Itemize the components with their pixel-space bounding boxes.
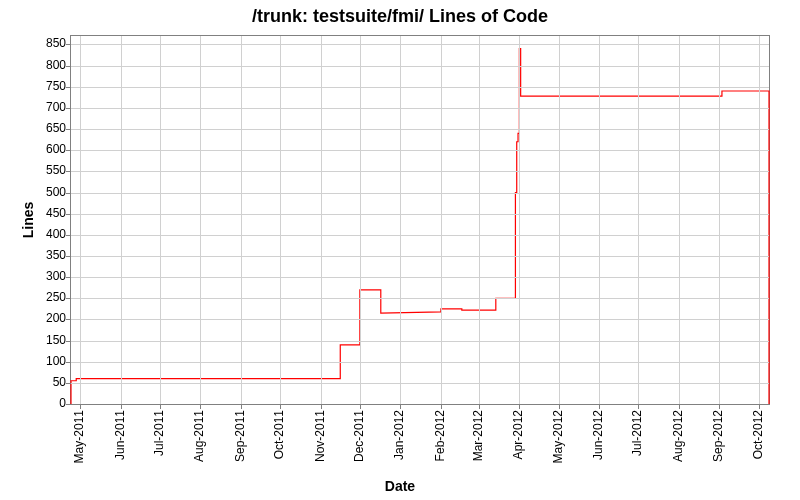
gridline-h bbox=[71, 171, 769, 172]
y-tick-mark bbox=[66, 214, 71, 215]
x-tick-mark bbox=[719, 404, 720, 409]
y-tick-mark bbox=[66, 256, 71, 257]
x-tick-label: Jun-2011 bbox=[113, 410, 127, 460]
gridline-h bbox=[71, 150, 769, 151]
x-tick-mark bbox=[160, 404, 161, 409]
x-tick-label: Sep-2012 bbox=[711, 410, 725, 462]
x-tick-mark bbox=[759, 404, 760, 409]
y-tick-mark bbox=[66, 383, 71, 384]
gridline-h bbox=[71, 214, 769, 215]
x-tick-mark bbox=[638, 404, 639, 409]
x-tick-mark bbox=[479, 404, 480, 409]
y-tick-mark bbox=[66, 129, 71, 130]
y-tick-mark bbox=[66, 277, 71, 278]
gridline-v bbox=[719, 36, 720, 404]
y-tick-label: 550 bbox=[6, 163, 66, 177]
x-tick-label: Aug-2011 bbox=[192, 410, 206, 462]
x-tick-mark bbox=[679, 404, 680, 409]
y-tick-mark bbox=[66, 87, 71, 88]
gridline-h bbox=[71, 66, 769, 67]
line-series bbox=[71, 36, 769, 404]
gridline-h bbox=[71, 193, 769, 194]
y-tick-label: 400 bbox=[6, 227, 66, 241]
x-axis-label: Date bbox=[0, 478, 800, 494]
gridline-v bbox=[360, 36, 361, 404]
y-tick-mark bbox=[66, 44, 71, 45]
y-tick-mark bbox=[66, 319, 71, 320]
y-tick-mark bbox=[66, 66, 71, 67]
gridline-v bbox=[638, 36, 639, 404]
gridline-v bbox=[519, 36, 520, 404]
gridline-v bbox=[441, 36, 442, 404]
x-tick-mark bbox=[121, 404, 122, 409]
gridline-h bbox=[71, 298, 769, 299]
gridline-h bbox=[71, 319, 769, 320]
x-tick-label: Jun-2012 bbox=[591, 410, 605, 460]
x-tick-label: Jul-2012 bbox=[630, 410, 644, 456]
x-tick-label: May-2011 bbox=[72, 410, 86, 463]
y-tick-label: 300 bbox=[6, 269, 66, 283]
y-tick-label: 850 bbox=[6, 36, 66, 50]
y-tick-mark bbox=[66, 404, 71, 405]
y-tick-label: 450 bbox=[6, 206, 66, 220]
x-tick-label: Sep-2011 bbox=[233, 410, 247, 462]
x-tick-label: Dec-2011 bbox=[352, 410, 366, 462]
gridline-v bbox=[200, 36, 201, 404]
gridline-h bbox=[71, 277, 769, 278]
plot-area bbox=[70, 35, 770, 405]
x-tick-mark bbox=[241, 404, 242, 409]
y-tick-mark bbox=[66, 341, 71, 342]
x-tick-mark bbox=[519, 404, 520, 409]
y-tick-mark bbox=[66, 298, 71, 299]
x-tick-label: Nov-2011 bbox=[313, 410, 327, 462]
gridline-v bbox=[400, 36, 401, 404]
gridline-h bbox=[71, 383, 769, 384]
chart-container: /trunk: testsuite/fmi/ Lines of Code Lin… bbox=[0, 0, 800, 500]
y-tick-label: 250 bbox=[6, 290, 66, 304]
gridline-h bbox=[71, 44, 769, 45]
gridline-h bbox=[71, 341, 769, 342]
y-tick-label: 600 bbox=[6, 142, 66, 156]
x-tick-mark bbox=[559, 404, 560, 409]
x-tick-label: May-2012 bbox=[551, 410, 565, 463]
gridline-h bbox=[71, 256, 769, 257]
x-tick-mark bbox=[360, 404, 361, 409]
x-tick-label: Jan-2012 bbox=[392, 410, 406, 460]
y-tick-label: 350 bbox=[6, 248, 66, 262]
gridline-v bbox=[599, 36, 600, 404]
x-tick-label: Feb-2012 bbox=[433, 410, 447, 461]
y-tick-label: 200 bbox=[6, 311, 66, 325]
y-tick-label: 0 bbox=[6, 396, 66, 410]
y-tick-mark bbox=[66, 193, 71, 194]
x-tick-label: Apr-2012 bbox=[511, 410, 525, 459]
y-tick-mark bbox=[66, 362, 71, 363]
y-tick-mark bbox=[66, 235, 71, 236]
gridline-h bbox=[71, 362, 769, 363]
chart-title: /trunk: testsuite/fmi/ Lines of Code bbox=[0, 6, 800, 27]
y-tick-label: 150 bbox=[6, 333, 66, 347]
gridline-h bbox=[71, 108, 769, 109]
x-tick-label: Aug-2012 bbox=[671, 410, 685, 462]
y-tick-label: 700 bbox=[6, 100, 66, 114]
x-tick-label: Jul-2011 bbox=[152, 410, 166, 456]
gridline-v bbox=[121, 36, 122, 404]
x-tick-label: Oct-2012 bbox=[751, 410, 765, 459]
y-tick-mark bbox=[66, 108, 71, 109]
gridline-v bbox=[280, 36, 281, 404]
gridline-v bbox=[559, 36, 560, 404]
gridline-v bbox=[160, 36, 161, 404]
gridline-v bbox=[759, 36, 760, 404]
x-tick-mark bbox=[441, 404, 442, 409]
y-tick-mark bbox=[66, 150, 71, 151]
x-tick-label: Mar-2012 bbox=[471, 410, 485, 461]
gridline-h bbox=[71, 129, 769, 130]
gridline-v bbox=[241, 36, 242, 404]
y-tick-label: 750 bbox=[6, 79, 66, 93]
y-tick-mark bbox=[66, 171, 71, 172]
y-tick-label: 800 bbox=[6, 58, 66, 72]
x-tick-label: Oct-2011 bbox=[272, 410, 286, 459]
x-tick-mark bbox=[280, 404, 281, 409]
y-tick-label: 100 bbox=[6, 354, 66, 368]
x-tick-mark bbox=[321, 404, 322, 409]
y-tick-label: 50 bbox=[6, 375, 66, 389]
